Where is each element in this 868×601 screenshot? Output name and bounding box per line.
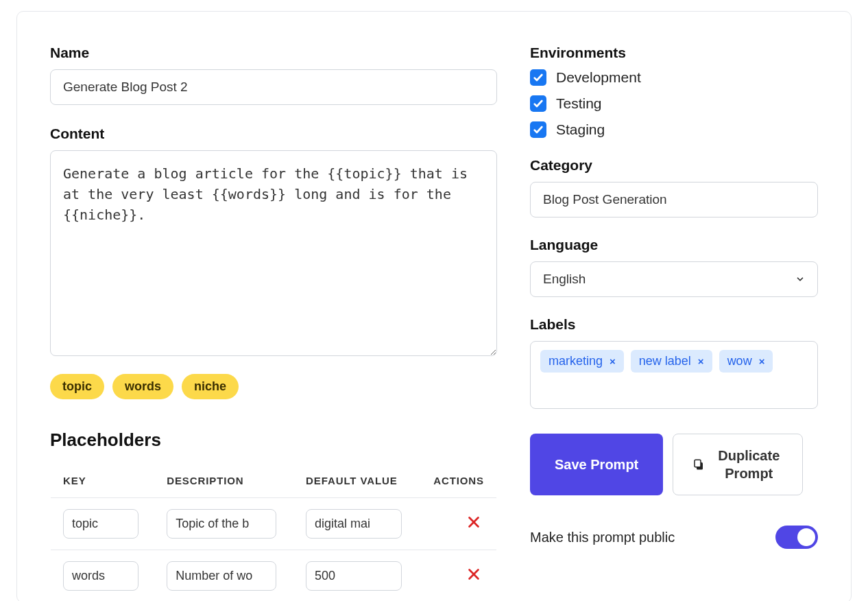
delete-row-button[interactable]	[463, 564, 484, 589]
placeholders-table: KEY DESCRIPTION DEFAULT VALUE ACTIONS	[50, 463, 497, 601]
chevron-down-icon	[795, 274, 805, 284]
chip-text: wow	[727, 354, 752, 368]
labels-label: Labels	[530, 316, 818, 333]
placeholder-default-input[interactable]	[306, 561, 402, 591]
environment-checkbox[interactable]	[530, 121, 546, 138]
placeholder-tag[interactable]: words	[112, 374, 173, 399]
placeholder-key-input[interactable]	[63, 509, 138, 539]
placeholder-description-input[interactable]	[167, 509, 276, 539]
button-row: Save Prompt Duplicate Prompt	[530, 434, 818, 495]
labels-input[interactable]: marketing × new label × wow ×	[530, 341, 818, 409]
content-label: Content	[50, 126, 497, 142]
language-select[interactable]: English	[530, 261, 818, 297]
col-description: DESCRIPTION	[154, 464, 293, 498]
col-actions: ACTIONS	[418, 464, 496, 498]
chip-text: marketing	[548, 354, 603, 368]
right-column: Environments Development Testing Staging…	[530, 45, 818, 601]
label-chip: wow ×	[719, 350, 773, 373]
env-row-staging: Staging	[530, 121, 818, 138]
svg-rect-5	[695, 460, 701, 467]
placeholder-tag[interactable]: niche	[182, 374, 239, 399]
category-label: Category	[530, 157, 818, 174]
environment-checkbox[interactable]	[530, 69, 546, 86]
environment-checkbox[interactable]	[530, 95, 546, 112]
placeholder-default-input[interactable]	[306, 509, 402, 539]
duplicate-icon	[692, 458, 705, 471]
close-icon	[466, 567, 481, 582]
placeholder-key-input[interactable]	[63, 561, 138, 591]
chip-remove-button[interactable]: ×	[759, 355, 765, 367]
language-label: Language	[530, 237, 818, 253]
checkmark-icon	[533, 98, 544, 109]
public-toggle[interactable]	[775, 526, 818, 549]
language-value: English	[543, 272, 586, 287]
save-button[interactable]: Save Prompt	[530, 434, 663, 495]
col-default: DEFAULT VALUE	[293, 464, 418, 498]
name-input[interactable]	[50, 69, 497, 105]
environment-label: Staging	[556, 121, 605, 138]
env-row-testing: Testing	[530, 95, 818, 112]
label-chip: marketing ×	[540, 350, 624, 373]
environment-label: Testing	[556, 95, 602, 112]
duplicate-label: Duplicate Prompt	[714, 447, 783, 482]
checkmark-icon	[533, 72, 544, 83]
env-row-development: Development	[530, 69, 818, 86]
placeholder-tag-row: topic words niche	[50, 374, 497, 399]
toggle-knob	[797, 528, 815, 546]
environment-label: Development	[556, 69, 641, 86]
chip-remove-button[interactable]: ×	[698, 355, 704, 367]
placeholder-tag[interactable]: topic	[50, 374, 104, 399]
left-column: Name Content Generate a blog article for…	[50, 45, 497, 601]
public-toggle-row: Make this prompt public	[530, 526, 818, 549]
col-key: KEY	[51, 464, 155, 498]
category-field[interactable]: Blog Post Generation	[530, 182, 818, 217]
delete-row-button[interactable]	[463, 512, 484, 537]
name-label: Name	[50, 45, 497, 61]
prompt-editor-card: Name Content Generate a blog article for…	[16, 11, 852, 601]
environments-label: Environments	[530, 45, 818, 61]
checkmark-icon	[533, 124, 544, 135]
content-textarea[interactable]: Generate a blog article for the {{topic}…	[50, 150, 497, 356]
table-row	[51, 498, 497, 550]
chip-remove-button[interactable]: ×	[610, 355, 616, 367]
close-icon	[466, 515, 481, 530]
chip-text: new label	[639, 354, 691, 368]
placeholder-description-input[interactable]	[167, 561, 276, 591]
public-label: Make this prompt public	[530, 530, 675, 545]
table-row	[51, 550, 497, 602]
placeholders-title: Placeholders	[50, 429, 497, 451]
label-chip: new label ×	[631, 350, 712, 373]
duplicate-button[interactable]: Duplicate Prompt	[673, 434, 803, 495]
